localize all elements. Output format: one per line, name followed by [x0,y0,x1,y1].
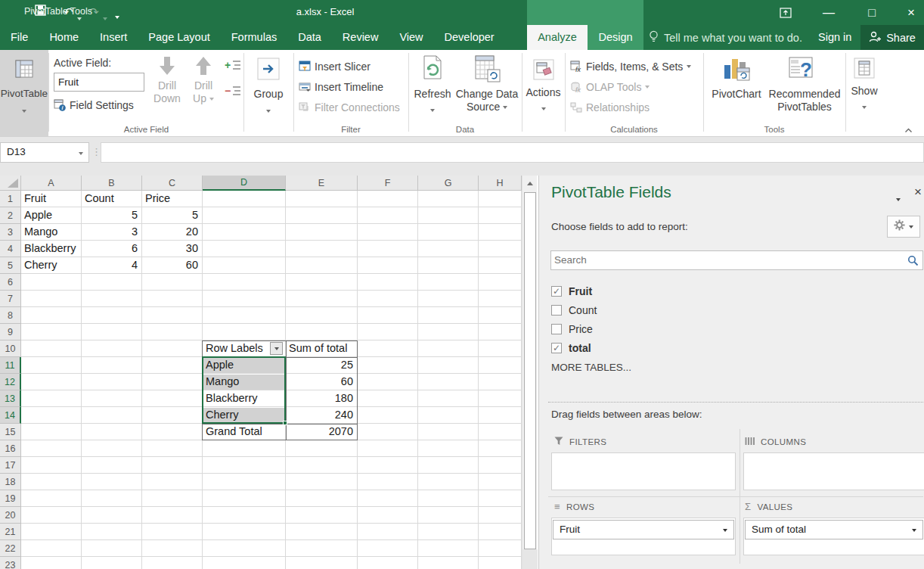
insert-timeline-button[interactable]: Insert Timeline [299,79,383,95]
row-header-14[interactable]: 14 [0,407,21,424]
active-field-box[interactable] [54,73,144,92]
cell-A14[interactable] [21,407,82,424]
cell-D5[interactable] [203,257,286,274]
cell-text-A1[interactable]: Fruit [21,191,80,207]
cell-G23[interactable] [418,557,479,569]
cell-text-C2[interactable]: 5 [142,207,201,224]
cell-E19[interactable] [286,490,358,507]
fields-items-sets-button[interactable]: fx Fields, Items, & Sets [570,58,691,75]
tell-me-box[interactable]: Tell me what you want to do. [649,25,802,50]
row-header-10[interactable]: 10 [0,340,21,357]
cell-G6[interactable] [418,274,479,291]
cell-F9[interactable] [358,324,418,340]
cell-E22[interactable] [286,540,358,557]
cell-D19[interactable] [203,490,286,507]
cell-A23[interactable] [21,557,82,569]
cell-F14[interactable] [358,407,418,424]
search-box[interactable] [550,250,923,270]
cell-A18[interactable] [21,474,82,490]
cell-G21[interactable] [418,524,479,540]
cell-H16[interactable] [479,440,522,457]
cell-F11[interactable] [358,357,418,374]
cell-D6[interactable] [203,274,286,291]
cell-B15[interactable] [82,424,142,440]
cell-E9[interactable] [286,324,358,340]
cell-A9[interactable] [21,324,82,340]
cell-F21[interactable] [358,524,418,540]
cell-F1[interactable] [358,191,418,207]
drill-down-button[interactable]: DrillDown [150,51,184,105]
pill-caret-icon[interactable] [912,529,916,532]
cell-text-C1[interactable]: Price [142,191,201,207]
cell-B19[interactable] [82,490,142,507]
cell-F5[interactable] [358,257,418,274]
cell-B12[interactable] [82,374,142,390]
cell-D20[interactable] [203,507,286,524]
cell-H20[interactable] [479,507,522,524]
close-button[interactable]: × [894,0,924,25]
collapse-field-icon[interactable]: − [225,85,241,101]
cell-text-B4[interactable]: 6 [82,241,141,257]
row-header-23[interactable]: 23 [0,557,21,569]
pill-caret-icon[interactable] [723,529,727,532]
checkbox-checked-icon[interactable]: ✓ [551,286,562,297]
cell-C14[interactable] [142,407,203,424]
cell-G9[interactable] [418,324,479,340]
cell-B21[interactable] [82,524,142,540]
cell-C6[interactable] [142,274,203,291]
cell-G4[interactable] [418,241,479,257]
active-field-input[interactable] [54,73,138,88]
cell-G3[interactable] [418,224,479,241]
row-header-4[interactable]: 4 [0,241,21,257]
cell-A22[interactable] [21,540,82,557]
cell-B8[interactable] [82,307,142,324]
cell-B10[interactable] [82,340,142,357]
cell-H10[interactable] [479,340,522,357]
cell-text-D15[interactable]: Grand Total [203,424,284,440]
cell-B16[interactable] [82,440,142,457]
cell-F8[interactable] [358,307,418,324]
row-labels-filter-icon[interactable] [270,342,283,355]
drill-up-button[interactable]: DrillUp [186,51,221,105]
filters-drop-area[interactable] [551,452,736,490]
name-box-input[interactable] [1,143,69,157]
cell-D4[interactable] [203,241,286,257]
cell-text-A3[interactable]: Mango [21,224,80,241]
row-header-2[interactable]: 2 [0,207,21,224]
cell-A13[interactable] [21,390,82,407]
cell-G10[interactable] [418,340,479,357]
cell-H14[interactable] [479,407,522,424]
cell-D22[interactable] [203,540,286,557]
cell-H5[interactable] [479,257,522,274]
share-button[interactable]: Share [860,25,924,50]
filter-connections-button[interactable]: Filter Connections [299,99,400,116]
fill-handle[interactable] [283,421,287,425]
cell-G13[interactable] [418,390,479,407]
cell-H15[interactable] [479,424,522,440]
row-header-11[interactable]: 11 [0,357,21,374]
cell-D3[interactable] [203,224,286,241]
cell-D23[interactable] [203,557,286,569]
cell-H12[interactable] [479,374,522,390]
cell-F23[interactable] [358,557,418,569]
cell-E23[interactable] [286,557,358,569]
cell-F10[interactable] [358,340,418,357]
recommended-pivottables-button[interactable]: ? RecommendedPivotTables [767,51,842,113]
cell-G2[interactable] [418,207,479,224]
cell-A10[interactable] [21,340,82,357]
cell-C17[interactable] [142,457,203,474]
sign-in-button[interactable]: Sign in [818,25,851,50]
cell-G17[interactable] [418,457,479,474]
row-header-7[interactable]: 7 [0,291,21,307]
cell-C16[interactable] [142,440,203,457]
col-header-A[interactable]: A [21,176,82,191]
col-header-E[interactable]: E [286,176,358,191]
cell-text-B3[interactable]: 3 [82,224,141,241]
cell-G19[interactable] [418,490,479,507]
cell-F17[interactable] [358,457,418,474]
cell-A16[interactable] [21,440,82,457]
show-button[interactable]: Show [848,51,881,113]
cell-G22[interactable] [418,540,479,557]
row-header-22[interactable]: 22 [0,540,21,557]
cell-C10[interactable] [142,340,203,357]
